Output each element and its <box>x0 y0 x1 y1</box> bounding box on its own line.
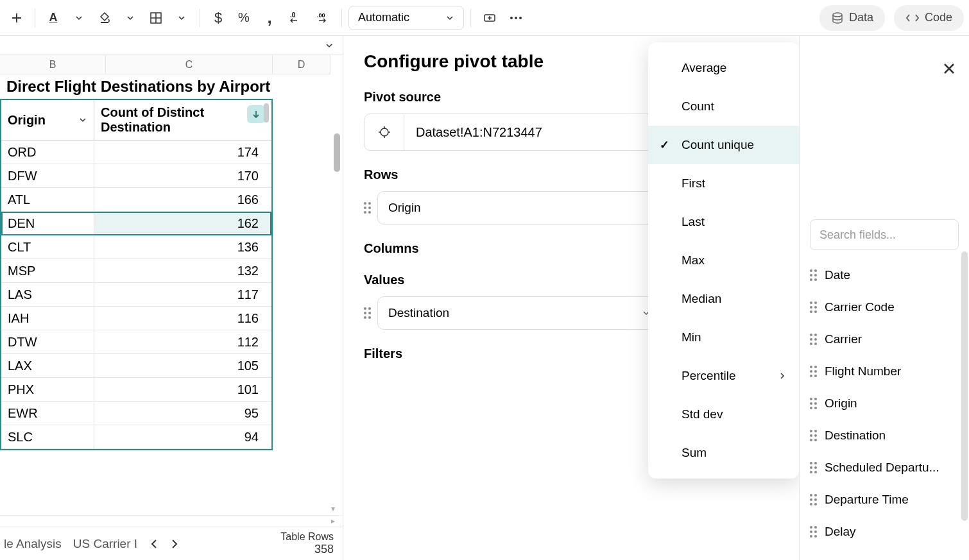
pivot-row[interactable]: ATL166 <box>1 188 271 212</box>
dropdown-item-first[interactable]: First <box>648 164 799 203</box>
pivot-count-cell: 136 <box>94 235 271 259</box>
drag-handle-icon[interactable] <box>364 307 371 319</box>
column-header-d[interactable]: D <box>273 55 330 74</box>
field-item[interactable]: Carrier Code <box>810 291 959 323</box>
pivot-count-cell: 95 <box>94 402 271 425</box>
dropdown-item-min[interactable]: Min <box>648 318 799 357</box>
field-label: Date <box>825 268 850 282</box>
pivot-header-origin[interactable]: Origin <box>1 100 94 140</box>
field-item[interactable]: Departure Time <box>810 484 959 516</box>
pivot-row[interactable]: PHX101 <box>1 378 271 402</box>
increase-decimal-icon: .00 <box>316 11 330 25</box>
svg-point-11 <box>381 128 388 136</box>
pivot-header-count[interactable]: Count of Distinct Destination <box>94 100 271 140</box>
code-button-label: Code <box>925 11 952 24</box>
field-item[interactable]: Destination <box>810 420 959 452</box>
borders-button[interactable] <box>144 6 167 30</box>
filters-label: Filters <box>364 346 402 361</box>
code-button[interactable]: Code <box>894 5 964 31</box>
field-item[interactable]: Delay <box>810 516 959 548</box>
field-list: DateCarrier CodeCarrierFlight NumberOrig… <box>810 259 959 548</box>
sort-descending-icon[interactable] <box>247 105 265 123</box>
decrease-decimal-button[interactable]: .0 <box>284 6 308 30</box>
code-icon <box>905 13 920 22</box>
pivot-row[interactable]: DFW170 <box>1 164 271 188</box>
dropdown-item-percentile[interactable]: Percentile <box>648 357 799 395</box>
drag-handle-icon[interactable] <box>364 202 371 214</box>
chevron-right-icon[interactable] <box>168 538 180 550</box>
chevron-down-icon <box>75 14 83 22</box>
data-button[interactable]: Data <box>819 5 885 31</box>
search-fields-input[interactable]: Search fields... <box>810 219 959 250</box>
currency-button[interactable]: $ <box>207 6 230 30</box>
dropdown-item-count[interactable]: Count <box>648 87 799 126</box>
pivot-origin-cell: MSP <box>1 259 94 282</box>
column-header-c[interactable]: C <box>106 55 273 74</box>
dropdown-item-count-unique[interactable]: Count unique <box>648 126 799 164</box>
pivot-row[interactable]: CLT136 <box>1 235 271 259</box>
triangle-down-icon[interactable] <box>330 506 336 513</box>
ellipsis-icon <box>510 16 522 20</box>
separator <box>200 9 200 27</box>
dropdown-item-last[interactable]: Last <box>648 203 799 241</box>
chevron-left-icon[interactable] <box>149 538 160 550</box>
chevron-down-icon[interactable] <box>78 115 87 124</box>
drag-handle-icon <box>810 398 817 409</box>
comma-button[interactable]: , <box>258 6 281 30</box>
percent-button[interactable]: % <box>232 6 255 30</box>
chevron-down-icon <box>126 14 134 22</box>
svg-point-8 <box>515 17 517 19</box>
separator <box>470 9 471 27</box>
pivot-row[interactable]: DEN162 <box>1 212 271 235</box>
increase-decimal-button[interactable]: .00 <box>311 6 335 30</box>
dropdown-item-sum[interactable]: Sum <box>648 434 799 472</box>
values-chip-destination[interactable]: Destination <box>377 296 662 330</box>
field-item[interactable]: Scheduled Departu... <box>810 452 959 484</box>
field-label: Carrier <box>825 332 862 346</box>
borders-chevron[interactable] <box>170 6 193 30</box>
pivot-row[interactable]: SLC94 <box>1 425 271 449</box>
column-header-b[interactable]: B <box>0 55 106 74</box>
text-color-button[interactable]: A <box>42 6 65 30</box>
add-button[interactable] <box>5 6 28 30</box>
drag-handle-icon <box>810 334 817 345</box>
triangle-right-icon[interactable] <box>330 518 336 525</box>
dropdown-item-max[interactable]: Max <box>648 241 799 280</box>
pivot-row[interactable]: LAS117 <box>1 283 271 307</box>
pivot-row[interactable]: DTW112 <box>1 330 271 354</box>
pivot-row[interactable]: EWR95 <box>1 402 271 425</box>
dropdown-item-median[interactable]: Median <box>648 280 799 318</box>
pivot-count-cell: 112 <box>94 330 271 353</box>
pivot-table: Origin Count of Distinct Destination ORD… <box>0 99 273 450</box>
scrollbar-inner[interactable] <box>264 103 269 123</box>
field-item[interactable]: Date <box>810 259 959 291</box>
pivot-row[interactable]: MSP132 <box>1 259 271 283</box>
field-item[interactable]: Origin <box>810 387 959 420</box>
tab-analysis[interactable]: le Analysis <box>4 537 62 551</box>
fill-color-chevron[interactable] <box>119 6 142 30</box>
chevron-down-icon[interactable] <box>325 41 334 50</box>
text-color-chevron[interactable] <box>67 6 90 30</box>
dropdown-item-average[interactable]: Average <box>648 49 799 87</box>
field-item[interactable]: Carrier <box>810 323 959 355</box>
pivot-row[interactable]: IAH116 <box>1 307 271 330</box>
chevron-right-icon <box>778 372 786 380</box>
pivot-row[interactable]: ORD174 <box>1 140 271 164</box>
more-button[interactable] <box>504 6 527 30</box>
fill-color-button[interactable] <box>93 6 116 30</box>
field-item[interactable]: Flight Number <box>810 355 959 387</box>
pivot-row[interactable]: LAX105 <box>1 354 271 378</box>
drag-handle-icon <box>810 430 817 441</box>
column-headers: B C D <box>0 55 343 74</box>
number-format-select[interactable]: Automatic <box>348 6 464 30</box>
dropdown-item-std-dev[interactable]: Std dev <box>648 395 799 434</box>
insert-button[interactable] <box>477 6 502 30</box>
drag-handle-icon <box>810 269 817 281</box>
close-button[interactable] <box>942 62 956 76</box>
scrollbar[interactable] <box>961 251 968 521</box>
pivot-origin-cell: LAX <box>1 354 94 377</box>
tab-us-carrier[interactable]: US Carrier I <box>73 537 137 551</box>
pivot-origin-cell: CLT <box>1 235 94 259</box>
scrollbar[interactable] <box>334 133 340 172</box>
sheet-title[interactable]: Direct Flight Destinations by Airport <box>0 74 343 99</box>
